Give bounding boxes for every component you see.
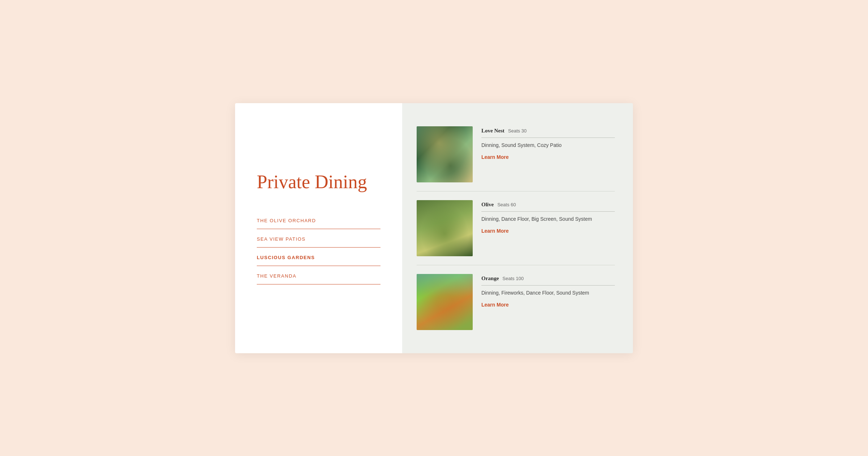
venue-info-orange: OrangeSeats 100Dinning, Fireworks, Dance… <box>481 274 615 330</box>
venue-seats-love-nest: Seats 30 <box>508 128 527 134</box>
venue-features-olive: Dinning, Dance Floor, Big Screen, Sound … <box>481 215 615 223</box>
venue-row-orange: OrangeSeats 100Dinning, Fireworks, Dance… <box>417 265 615 339</box>
venue-image-orange <box>417 274 473 330</box>
nav-item-the-veranda[interactable]: THE VERANDA <box>257 266 380 284</box>
left-panel: Private Dining THE OLIVE ORCHARDSEA VIEW… <box>235 103 402 353</box>
main-card: Private Dining THE OLIVE ORCHARDSEA VIEW… <box>235 103 633 353</box>
nav-label-sea-view: SEA VIEW PATIOS <box>257 236 306 242</box>
venue-info-olive: OliveSeats 60Dinning, Dance Floor, Big S… <box>481 200 615 256</box>
learn-more-love-nest[interactable]: Learn More <box>481 154 615 160</box>
nav-item-olive-orchard[interactable]: THE OLIVE ORCHARD <box>257 211 380 229</box>
venue-features-orange: Dinning, Fireworks, Dance Floor, Sound S… <box>481 289 615 297</box>
nav-item-luscious-gardens[interactable]: LUSCIOUS GARDENS <box>257 248 380 266</box>
nav-item-sea-view[interactable]: SEA VIEW PATIOS <box>257 229 380 248</box>
venue-image-olive <box>417 200 473 256</box>
venue-name-love-nest: Love Nest <box>481 128 505 134</box>
venue-image-love-nest <box>417 126 473 182</box>
venue-seats-orange: Seats 100 <box>502 276 524 281</box>
venue-row-love-nest: Love NestSeats 30Dinning, Sound System, … <box>417 118 615 191</box>
venue-header-love-nest: Love NestSeats 30 <box>481 128 615 138</box>
venue-seats-olive: Seats 60 <box>497 202 516 207</box>
venue-name-orange: Orange <box>481 275 499 282</box>
venue-header-orange: OrangeSeats 100 <box>481 275 615 286</box>
nav-label-the-veranda: THE VERANDA <box>257 273 297 279</box>
venue-features-love-nest: Dinning, Sound System, Cozy Patio <box>481 142 615 149</box>
venue-row-olive: OliveSeats 60Dinning, Dance Floor, Big S… <box>417 191 615 265</box>
nav-label-olive-orchard: THE OLIVE ORCHARD <box>257 218 316 223</box>
nav-list: THE OLIVE ORCHARDSEA VIEW PATIOSLUSCIOUS… <box>257 211 380 284</box>
venue-info-love-nest: Love NestSeats 30Dinning, Sound System, … <box>481 126 615 182</box>
nav-label-luscious-gardens: LUSCIOUS GARDENS <box>257 255 315 260</box>
right-panel: Love NestSeats 30Dinning, Sound System, … <box>402 103 633 353</box>
venue-header-olive: OliveSeats 60 <box>481 202 615 212</box>
learn-more-olive[interactable]: Learn More <box>481 228 615 234</box>
page-title: Private Dining <box>257 172 380 192</box>
venue-name-olive: Olive <box>481 202 494 208</box>
learn-more-orange[interactable]: Learn More <box>481 302 615 308</box>
